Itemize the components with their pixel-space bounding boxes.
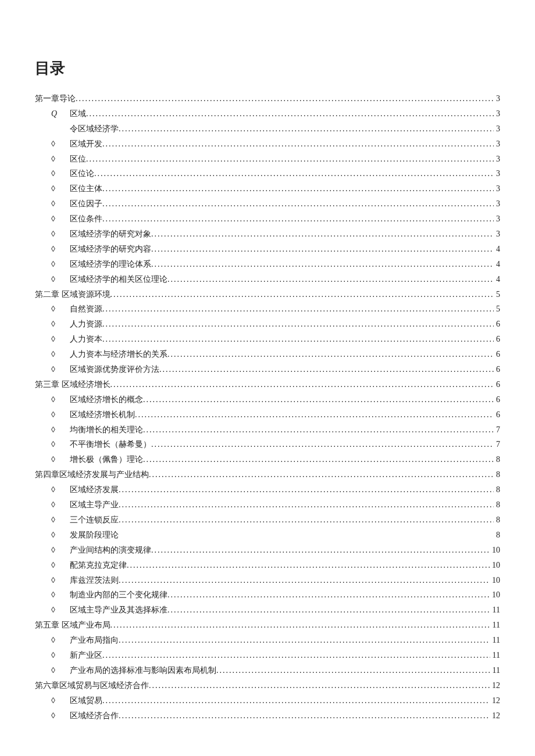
toc-leader-dots (102, 137, 494, 152)
toc-entry[interactable]: ◊均衡增长的相关理论7 (35, 422, 500, 438)
toc-marker: ◊ (51, 573, 70, 588)
toc-marker: ◊ (51, 152, 70, 167)
toc-entry[interactable]: 第五章 区域产业布局11 (35, 618, 500, 633)
toc-page: 3 (494, 212, 500, 227)
toc-entry[interactable]: ◊新产业区11 (35, 648, 500, 663)
toc-label: 均衡增长的相关理论 (70, 422, 143, 438)
toc-leader-dots (102, 212, 494, 227)
toc-label: 区域经济合作 (70, 708, 119, 723)
toc-entry[interactable]: ◊区域经济学的研究对象3 (35, 227, 500, 242)
toc-label: 区位因子 (70, 196, 102, 212)
toc-label: 人力资本 (70, 332, 102, 347)
toc-label: 区位条件 (70, 212, 102, 227)
toc-entry[interactable]: ◊人力资本6 (35, 332, 500, 347)
toc-entry[interactable]: ◊产业布局的选择标准与影响因素布局机制11 (35, 663, 500, 678)
toc-label: 产业布局指向 (70, 633, 119, 648)
toc-entry[interactable]: 第二章 区域资源环境5 (35, 287, 500, 302)
toc-entry[interactable]: ◊区位3 (35, 152, 500, 167)
toc-marker: ◊ (51, 497, 70, 513)
toc-marker: ◊ (51, 317, 70, 332)
toc-entry[interactable]: ◊区域资源优势度评价方法6 (35, 362, 500, 377)
toc-entry[interactable]: 第三章 区域经济增长6 (35, 377, 500, 392)
toc-leader-dots (119, 573, 490, 588)
toc-leader-dots (127, 558, 490, 573)
toc-page: 10 (490, 573, 500, 588)
toc-entry[interactable]: ◊区域贸易12 (35, 693, 500, 708)
toc-entry[interactable]: ◊三个连锁反应8 (35, 513, 500, 528)
toc-entry[interactable]: ◊区域经济增长的概念6 (35, 392, 500, 407)
toc-entry[interactable]: 第四章区域经济发展与产业结构8 (35, 467, 500, 482)
toc-leader-dots (102, 648, 490, 663)
toc-entry[interactable]: ◊区域经济合作12 (35, 708, 500, 723)
toc-marker: ◊ (51, 693, 70, 708)
toc-entry[interactable]: Q区域3 (35, 106, 500, 121)
toc-page: 3 (494, 91, 500, 106)
toc-entry[interactable]: ◊区域经济学的相关区位理论4 (35, 272, 500, 287)
toc-entry[interactable]: ◊人力资本与经济增长的关系6 (35, 347, 500, 362)
toc-marker: ◊ (51, 212, 70, 227)
toc-leader-dots (119, 497, 494, 513)
toc-label: 区域主导产业及其选择标准 (70, 603, 167, 618)
toc-label: 人力资源 (70, 317, 102, 332)
toc-label: 第六章区域贸易与区域经济合作 (35, 678, 149, 693)
toc-page: 3 (494, 196, 500, 212)
toc-marker: ◊ (51, 708, 70, 723)
toc-entry[interactable]: ◊库兹涅茨法则10 (35, 573, 500, 588)
toc-entry[interactable]: ◊发展阶段理论8 (35, 528, 500, 543)
toc-entry[interactable]: ◊区域经济学的理论体系4 (35, 257, 500, 272)
toc-page: 3 (494, 121, 500, 137)
toc-marker: ◊ (51, 362, 70, 377)
toc-page: 4 (494, 257, 500, 272)
toc-marker: Q (51, 106, 70, 121)
toc-label: 区位主体 (70, 181, 102, 196)
toc-page: 12 (490, 708, 500, 723)
toc-marker: ◊ (51, 166, 70, 181)
toc-label: 第五章 区域产业布局 (35, 618, 110, 633)
toc-leader-dots (76, 91, 494, 106)
toc-entry[interactable]: ◊产业布局指向11 (35, 633, 500, 648)
toc-page: 6 (494, 347, 500, 362)
toc-entry[interactable]: ◊区位因子3 (35, 196, 500, 212)
toc-label: 第三章 区域经济增长 (35, 377, 110, 392)
toc-entry[interactable]: ◊制造业内部的三个变化规律10 (35, 587, 500, 603)
toc-label: 区域经济增长的概念 (70, 392, 143, 407)
toc-entry[interactable]: ◊区位主体3 (35, 181, 500, 196)
toc-title: 目录 (35, 58, 500, 78)
toc-page: 10 (490, 587, 500, 603)
toc-label: 区位论 (70, 166, 94, 181)
toc-label: 区域贸易 (70, 693, 102, 708)
toc-marker: ◊ (51, 558, 70, 573)
toc-label: 第一章导论 (35, 91, 76, 106)
toc-entry[interactable]: ◊区域经济学的研究内容4 (35, 242, 500, 257)
toc-label: 三个连锁反应 (70, 513, 119, 528)
toc-entry[interactable]: ◊区域经济发展8 (35, 482, 500, 497)
toc-marker: ◊ (51, 137, 70, 152)
toc-page: 8 (494, 467, 500, 482)
toc-label: 产业布局的选择标准与影响因素布局机制 (70, 663, 216, 678)
toc-entry[interactable]: ◊区位论3 (35, 166, 500, 181)
toc-entry[interactable]: ◊产业间结构的演变规律10 (35, 543, 500, 558)
toc-entry[interactable]: 令区域经济学3 (35, 121, 500, 137)
toc-label: 新产业区 (70, 648, 102, 663)
toc-entry[interactable]: ◊配第克拉克定律10 (35, 558, 500, 573)
toc-entry[interactable]: 第一章导论3 (35, 91, 500, 106)
toc-entry[interactable]: 第六章区域贸易与区域经济合作12 (35, 678, 500, 693)
toc-page: 3 (494, 181, 500, 196)
toc-entry[interactable]: ◊区域开发3 (35, 137, 500, 152)
toc-entry[interactable]: ◊区域主导产业8 (35, 497, 500, 513)
toc-entry[interactable]: ◊增长极（佩鲁）理论8 (35, 452, 500, 467)
toc-marker: ◊ (51, 227, 70, 242)
toc-leader-dots (167, 603, 490, 618)
toc-entry[interactable]: ◊区域主导产业及其选择标准11 (35, 603, 500, 618)
toc-entry[interactable]: ◊自然资源5 (35, 302, 500, 317)
toc-entry[interactable]: ◊不平衡增长（赫希曼）7 (35, 437, 500, 452)
toc-leader-dots (149, 678, 490, 693)
toc-entry[interactable]: ◊区域经济增长机制6 (35, 407, 500, 422)
toc-label: 制造业内部的三个变化规律 (70, 587, 167, 603)
toc-page: 12 (490, 678, 500, 693)
toc-leader-dots (135, 407, 494, 422)
toc-entry[interactable]: ◊区位条件3 (35, 212, 500, 227)
toc-leader-dots (102, 196, 494, 212)
toc-label: 第四章区域经济发展与产业结构 (35, 467, 149, 482)
toc-entry[interactable]: ◊人力资源6 (35, 317, 500, 332)
